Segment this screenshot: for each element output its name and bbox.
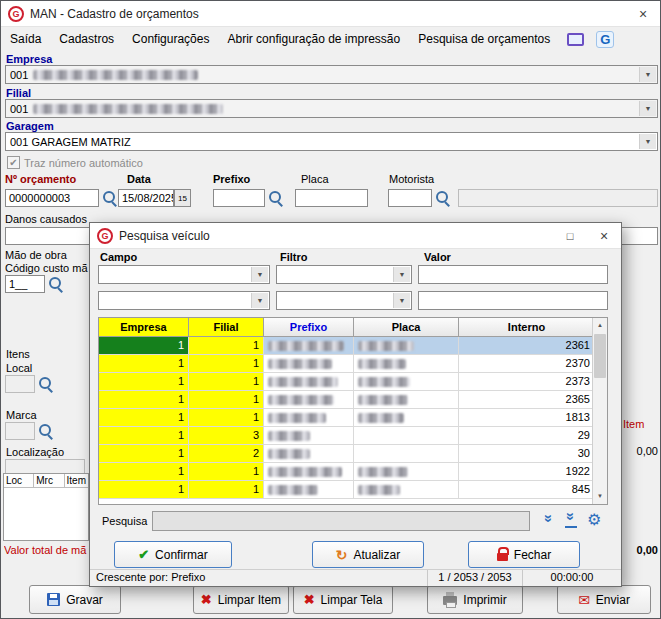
cell-placa: [354, 337, 459, 355]
data-label: Data: [127, 173, 151, 185]
table-row[interactable]: 1 1 1813: [99, 409, 607, 427]
itens-grid[interactable]: Loc Mrc Item: [3, 473, 89, 541]
motorista-input[interactable]: [388, 189, 432, 207]
gear-icon[interactable]: ⚙: [587, 510, 601, 529]
placa-input[interactable]: [295, 189, 368, 207]
table-row[interactable]: 1 1 2361: [99, 337, 607, 355]
pesquisa-input[interactable]: [152, 511, 530, 531]
itens-grid-header: Loc Mrc Item: [4, 474, 88, 488]
vertical-scrollbar[interactable]: ▲ ▼: [592, 318, 607, 504]
limpar-tela-button[interactable]: ✖ Limpar Tela: [293, 585, 393, 614]
valor-input-1[interactable]: [418, 265, 608, 284]
filtro-select-2[interactable]: ▼: [276, 291, 412, 310]
danos-label: Danos causados: [5, 213, 87, 225]
mao-de-obra-label: Mão de obra: [5, 249, 67, 261]
header-placa[interactable]: Placa: [354, 318, 459, 337]
valor-input-2[interactable]: [418, 291, 608, 310]
sort-status: Crescente por: Prefixo: [90, 570, 428, 586]
orcamento-label: Nº orçamento: [5, 173, 76, 185]
motorista-nome-field: [458, 189, 658, 207]
chevron-down-icon[interactable]: ▼: [393, 267, 410, 282]
cell-interno: 1922: [459, 463, 594, 481]
scroll-up-icon[interactable]: ▲: [593, 318, 607, 333]
header-filial[interactable]: Filial: [189, 318, 264, 337]
cell-prefixo: [264, 463, 354, 481]
imprimir-button[interactable]: Imprimir: [427, 585, 523, 614]
chevron-down-icon[interactable]: ▼: [393, 293, 410, 308]
chevron-down-icon[interactable]: ▼: [251, 267, 268, 282]
menu-config-impressao[interactable]: Abrir configuração de impressão: [218, 32, 409, 46]
table-row[interactable]: 1 3 29: [99, 427, 607, 445]
motorista-label: Motorista: [389, 173, 434, 185]
scrollbar-thumb[interactable]: [594, 334, 606, 378]
search-local-icon[interactable]: [38, 376, 54, 392]
table-row[interactable]: 1 2 30: [99, 445, 607, 463]
limpar-item-button[interactable]: ✖ Limpar Item: [193, 585, 289, 614]
local-input[interactable]: [5, 375, 35, 393]
empresa-select[interactable]: 001 ▼: [5, 65, 658, 84]
fechar-button[interactable]: Fechar: [468, 541, 580, 568]
auto-number-checkbox[interactable]: ✔: [7, 156, 20, 169]
search-motorista-icon[interactable]: [435, 190, 451, 206]
right-value-fragment: 0,00: [621, 445, 658, 457]
cell-interno: 2361: [459, 337, 594, 355]
cell-empresa: 1: [99, 481, 189, 499]
header-empresa[interactable]: Empresa: [99, 318, 189, 337]
filial-select[interactable]: 001 ▼: [5, 99, 658, 118]
marca-label: Marca: [6, 409, 37, 421]
header-interno[interactable]: Interno: [459, 318, 594, 337]
table-row[interactable]: 1 1 1922: [99, 463, 607, 481]
cell-filial: 1: [189, 373, 264, 391]
chevron-down-icon[interactable]: ▼: [639, 134, 656, 149]
pesquisa-veiculo-dialog: G Pesquisa veículo □ × Campo Filtro Valo…: [89, 222, 622, 587]
prefixo-input[interactable]: [213, 189, 265, 207]
chevrons-down-icon[interactable]: »: [540, 510, 558, 530]
table-row[interactable]: 1 1 2365: [99, 391, 607, 409]
search-marca-icon[interactable]: [38, 423, 54, 439]
limpar-tela-label: Limpar Tela: [321, 593, 383, 607]
enviar-button[interactable]: ✉ Enviar: [557, 585, 651, 614]
empresa-redacted-text: [33, 70, 198, 80]
menu-saida[interactable]: Saída: [1, 32, 50, 46]
header-prefixo[interactable]: Prefixo: [264, 318, 354, 337]
close-icon[interactable]: ×: [626, 1, 660, 27]
campo-select-1[interactable]: ▼: [98, 265, 270, 284]
garagem-select[interactable]: 001 GARAGEM MATRIZ ▼: [5, 132, 658, 151]
orcamento-input[interactable]: 0000000003: [5, 189, 99, 207]
table-row[interactable]: 1 1 845: [99, 481, 607, 499]
cell-placa: [354, 409, 459, 427]
filtro-select-1[interactable]: ▼: [276, 265, 412, 284]
chevron-down-icon[interactable]: ▼: [251, 293, 268, 308]
chevron-down-icon[interactable]: ▼: [639, 67, 656, 82]
table-row[interactable]: 1 1 2370: [99, 355, 607, 373]
cell-empresa: 1: [99, 463, 189, 481]
dialog-statusbar: Crescente por: Prefixo 1 / 2053 / 2053 0…: [90, 569, 621, 586]
confirmar-button[interactable]: ✔ Confirmar: [114, 541, 232, 568]
chevron-down-icon[interactable]: ▼: [639, 101, 656, 116]
data-input[interactable]: 15/08/2025: [118, 189, 174, 207]
monitor-icon[interactable]: [567, 33, 584, 46]
limpar-item-label: Limpar Item: [218, 593, 281, 607]
table-row[interactable]: 1 1 2373: [99, 373, 607, 391]
empresa-code: 001: [10, 69, 28, 81]
menu-configuracoes[interactable]: Configurações: [123, 32, 218, 46]
marca-input[interactable]: [5, 422, 35, 440]
gravar-button[interactable]: Gravar: [29, 585, 121, 614]
g-app-icon[interactable]: G: [596, 31, 614, 48]
cell-prefixo: [264, 427, 354, 445]
maximize-icon[interactable]: □: [553, 223, 587, 249]
calendar-button[interactable]: 15: [174, 189, 191, 207]
atualizar-button[interactable]: ↻ Atualizar: [312, 541, 424, 568]
close-icon[interactable]: ×: [587, 223, 621, 249]
menu-pesquisa-orcamentos[interactable]: Pesquisa de orçamentos: [409, 32, 559, 46]
search-prefixo-icon[interactable]: [268, 190, 284, 206]
printer-icon: [443, 596, 457, 605]
search-orcamento-icon[interactable]: [102, 190, 118, 206]
search-custo-icon[interactable]: [48, 276, 64, 292]
chevrons-down-to-line-icon[interactable]: »: [562, 508, 580, 528]
filial-label: Filial: [6, 87, 31, 99]
campo-select-2[interactable]: ▼: [98, 291, 270, 310]
scroll-down-icon[interactable]: ▼: [593, 489, 607, 504]
codigo-custo-input[interactable]: 1__: [5, 275, 45, 293]
menu-cadastros[interactable]: Cadastros: [50, 32, 123, 46]
